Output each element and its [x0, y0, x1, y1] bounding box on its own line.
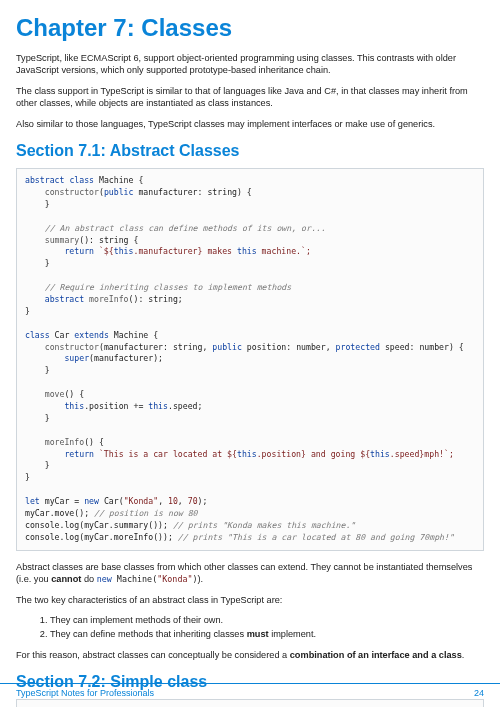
- conclusion-para: For this reason, abstract classes can co…: [16, 649, 484, 661]
- page-number: 24: [474, 688, 484, 707]
- section-1-title: Section 7.1: Abstract Classes: [16, 142, 484, 160]
- footer-title: TypeScript Notes for Professionals: [16, 688, 154, 707]
- intro-para-3: Also similar to those languages, TypeScr…: [16, 118, 484, 130]
- list-item: They can define methods that inheriting …: [50, 628, 484, 640]
- characteristics-list: They can implement methods of their own.…: [50, 614, 484, 641]
- list-item: They can implement methods of their own.: [50, 614, 484, 626]
- intro-para-1: TypeScript, like ECMAScript 6, support o…: [16, 52, 484, 77]
- chapter-title: Chapter 7: Classes: [16, 14, 484, 42]
- characteristics-intro: The two key characteristics of an abstra…: [16, 594, 484, 606]
- page-footer: TypeScript Notes for Professionals 24: [0, 683, 500, 707]
- page-content: Chapter 7: Classes TypeScript, like ECMA…: [0, 0, 500, 707]
- intro-para-2: The class support in TypeScript is simil…: [16, 85, 484, 110]
- abstract-explain: Abstract classes are base classes from w…: [16, 561, 484, 586]
- code-block-1: abstract class Machine { constructor(pub…: [16, 168, 484, 551]
